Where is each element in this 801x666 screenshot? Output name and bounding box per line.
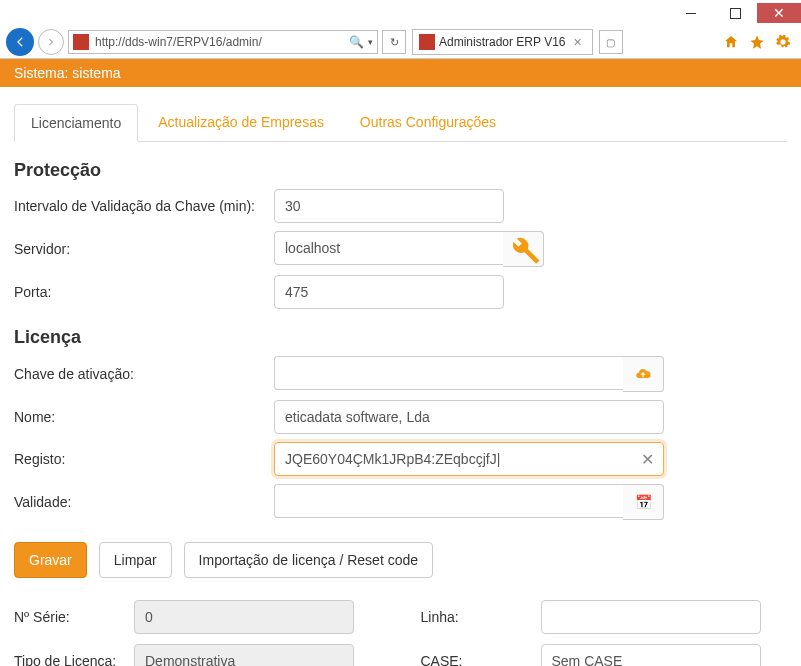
interval-input[interactable] (274, 189, 504, 223)
window-minimize-button[interactable] (669, 3, 713, 23)
license-type-field: Demonstrativa (134, 644, 354, 666)
browser-tab[interactable]: Administrador ERP V16 × (412, 29, 593, 55)
registration-input[interactable] (274, 442, 664, 476)
case-label: CASE: (421, 653, 541, 666)
line-label: Linha: (421, 609, 541, 625)
arrow-left-icon (13, 35, 27, 49)
window-close-button[interactable]: ✕ (757, 3, 801, 23)
calendar-icon: 📅 (635, 494, 652, 510)
address-bar[interactable]: 🔍 ▾ (68, 30, 378, 54)
validity-label: Validade: (14, 494, 274, 510)
tab-strip: Licenciamento Actualização de Empresas O… (14, 103, 787, 142)
registration-label: Registo: (14, 451, 274, 467)
arrow-right-icon (46, 37, 56, 47)
window-titlebar: ✕ (0, 0, 801, 26)
import-license-button[interactable]: Importação de licença / Reset code (184, 542, 433, 578)
page-viewport[interactable]: Sistema: sistema Licenciamento Actualiza… (0, 59, 801, 666)
port-label: Porta: (14, 284, 274, 300)
tab-outras-configuracoes[interactable]: Outras Configurações (344, 104, 512, 140)
tab-close-button[interactable]: × (570, 34, 586, 50)
server-config-button[interactable] (503, 231, 544, 267)
section-protection-title: Protecção (14, 160, 787, 181)
favicon-icon (73, 34, 89, 50)
name-label: Nome: (14, 409, 274, 425)
serial-field: 0 (134, 600, 354, 634)
activation-label: Chave de ativação: (14, 366, 274, 382)
tab-favicon-icon (419, 34, 435, 50)
server-label: Servidor: (14, 241, 274, 257)
favorites-icon[interactable] (749, 34, 765, 50)
browser-forward-button[interactable] (38, 29, 64, 55)
activation-upload-button[interactable] (623, 356, 664, 392)
breadcrumb-text: Sistema: sistema (14, 65, 121, 81)
case-field: Sem CASE (541, 644, 761, 666)
home-icon[interactable] (723, 34, 739, 50)
cloud-upload-icon (635, 366, 651, 382)
tab-actualizacao-empresas[interactable]: Actualização de Empresas (142, 104, 340, 140)
line-field (541, 600, 761, 634)
server-input[interactable] (274, 231, 503, 265)
url-input[interactable] (93, 34, 345, 50)
browser-back-button[interactable] (6, 28, 34, 56)
dropdown-icon[interactable]: ▾ (368, 37, 373, 47)
clear-button[interactable]: Limpar (99, 542, 172, 578)
section-license-title: Licença (14, 327, 787, 348)
activation-input[interactable] (274, 356, 623, 390)
new-tab-button[interactable]: ▢ (599, 30, 623, 54)
tab-title: Administrador ERP V16 (439, 35, 566, 49)
validity-calendar-button[interactable]: 📅 (623, 484, 664, 520)
window-maximize-button[interactable] (713, 3, 757, 23)
clear-registration-button[interactable]: ✕ (641, 450, 654, 469)
interval-label: Intervalo de Validação da Chave (min): (14, 198, 274, 214)
breadcrumb-header: Sistema: sistema (0, 59, 801, 87)
refresh-button[interactable]: ↻ (382, 30, 406, 54)
serial-label: Nº Série: (14, 609, 134, 625)
name-input[interactable] (274, 400, 664, 434)
tab-licenciamento[interactable]: Licenciamento (14, 104, 138, 142)
browser-toolbar: 🔍 ▾ ↻ Administrador ERP V16 × ▢ (0, 26, 801, 59)
gear-icon[interactable] (775, 34, 791, 50)
wrench-icon (503, 229, 543, 269)
save-button[interactable]: Gravar (14, 542, 87, 578)
validity-input[interactable] (274, 484, 623, 518)
port-input[interactable] (274, 275, 504, 309)
search-icon[interactable]: 🔍 (349, 35, 364, 49)
license-type-label: Tipo de Licença: (14, 653, 134, 666)
